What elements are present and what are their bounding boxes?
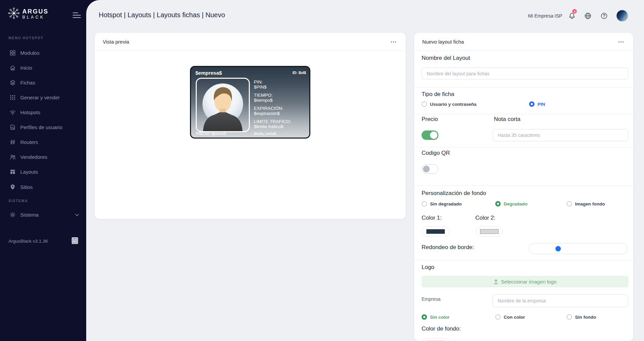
sidebar-item-label: Inicio [20, 65, 32, 71]
ticket-pin-value: $PIN$ [254, 84, 291, 90]
layers-icon [9, 79, 16, 86]
sidebar-item-vendedores[interactable]: Vendedores [0, 149, 86, 164]
user-avatar[interactable] [616, 9, 628, 22]
radio-label: Sin fondo [575, 315, 596, 320]
ticket-limite-label: LIMITE TRAFICO: [254, 119, 291, 124]
upload-icon [494, 279, 498, 284]
ticket-expiracion-value: $expiración$ [254, 111, 291, 116]
hash-icon [9, 139, 16, 145]
layout-name-input[interactable] [422, 68, 628, 79]
preview-card-header: Vista previa [95, 33, 406, 51]
radio-usuario-contrasena[interactable]: Usuario y contraseña [422, 101, 476, 107]
layout-icon [9, 169, 16, 175]
radio-circle-icon [422, 201, 427, 206]
select-logo-label: Seleccionar imagen logo [501, 279, 556, 285]
border-radius-label: Redondeo de borde: [422, 244, 474, 251]
toggle-knob [423, 166, 430, 172]
qr-toggle[interactable] [422, 164, 438, 174]
ticket-expiracion-label: EXPIRACIÓN: [254, 106, 291, 111]
color2-swatch[interactable] [476, 226, 503, 237]
sidebar-item-label: Sitios [20, 184, 33, 190]
chevron-down-icon [75, 214, 79, 216]
color1-label: Color 1: [422, 215, 442, 221]
ticket-precio: PRECIO: $precio$ [196, 131, 226, 136]
bgcolor-swatch[interactable] [422, 338, 450, 341]
wifi-icon [9, 109, 16, 116]
sidebar-item-modulos[interactable]: Modulos [0, 45, 86, 60]
radio-label: Degradado [504, 201, 528, 206]
bgcolor-label: Color de fondo: [422, 325, 461, 332]
color1-swatch[interactable] [422, 226, 450, 237]
radio-pin[interactable]: PIN [529, 101, 545, 107]
sidebar-item-routers[interactable]: Routers [0, 135, 86, 149]
sidebar-item-fichas[interactable]: Fichas [0, 75, 86, 90]
sidebar-item-layouts[interactable]: Layouts [0, 164, 86, 179]
radio-selected-icon [495, 201, 501, 206]
radio-label: PIN [538, 102, 545, 107]
ticket-preview: $empresa$ ID: $id$ [190, 66, 310, 139]
price-toggle[interactable] [422, 130, 438, 140]
card-menu-icon[interactable] [617, 39, 625, 45]
radio-label: Usuario y contraseña [430, 102, 476, 107]
short-note-input[interactable] [493, 129, 628, 141]
sidebar-toggle-icon[interactable] [72, 12, 81, 19]
radio-circle-icon [422, 101, 427, 107]
notification-badge: 4 [572, 9, 577, 14]
form-card-title: Nuevo layout ficha [422, 39, 464, 45]
sidebar-section-system: SISTEMA [8, 199, 28, 203]
radio-selected-icon [422, 314, 427, 320]
type-label: Tipo de ficha [422, 91, 454, 98]
sidebar-section-hotspot: MENU HOTSPOT [8, 36, 44, 40]
sidebar-item-generar-y-vender[interactable]: Generar y vender [0, 90, 86, 105]
company-name: Mi Empresa ISP [528, 13, 562, 19]
gear-icon [9, 212, 16, 218]
sidebar-item-perfiles-de-usuario[interactable]: Perfiles de usuario [0, 120, 86, 135]
users-icon [9, 154, 16, 160]
sidebar-item-label: Perfiles de usuario [20, 124, 62, 130]
name-label: Nombre del Layout [422, 55, 470, 62]
sidebar: ARGUS BLACK MENU HOTSPOT Modulos Inicio … [0, 0, 86, 341]
logo-line2: BLACK [22, 15, 49, 20]
page: ARGUS BLACK MENU HOTSPOT Modulos Inicio … [0, 0, 644, 341]
certification-badge-icon [72, 237, 78, 244]
sidebar-item-label: Vendedores [20, 154, 47, 160]
sidebar-item-inicio[interactable]: Inicio [0, 60, 86, 75]
ticket-nota: $nota_corta$ [254, 131, 276, 136]
radio-sin-color[interactable]: Sin color [422, 314, 450, 320]
sidebar-item-label: Modulos [20, 50, 40, 56]
help-icon[interactable] [600, 12, 608, 20]
radio-sin-fondo[interactable]: Sin fondo [567, 314, 596, 320]
radio-label: Sin degradado [430, 201, 462, 206]
argusblack-logo-text: ARGUS BLACK [22, 8, 49, 20]
sidebar-item-sistema[interactable]: Sistema [0, 207, 86, 222]
radio-degradado[interactable]: Degradado [495, 201, 528, 206]
sidebar-item-label: Fichas [20, 80, 35, 86]
divider [414, 147, 633, 147]
radio-selected-icon [529, 101, 534, 107]
radio-con-color[interactable]: Con color [495, 314, 525, 320]
radio-sin-degradado[interactable]: Sin degradado [422, 201, 462, 206]
price-label: Precio [422, 116, 438, 123]
color2-value [480, 229, 499, 234]
radio-label: Imagen fondo [575, 201, 605, 206]
border-radius-slider[interactable] [529, 243, 628, 254]
company-name-input[interactable] [493, 294, 628, 307]
ticket-info: PIN: $PIN$ TIEMPO: $tiempo$ EXPIRACIÓN: … [254, 79, 291, 132]
language-globe-icon[interactable] [584, 12, 592, 20]
slider-thumb[interactable] [555, 246, 561, 251]
radio-label: Con color [504, 315, 525, 320]
color1-value [426, 229, 445, 234]
breadcrumb: Hotspot | Layouts | Layouts fichas | Nue… [99, 11, 225, 19]
ticket-empresa: $empresa$ [195, 70, 222, 76]
radio-circle-icon [495, 314, 501, 320]
sidebar-item-label: Layouts [20, 169, 38, 175]
preview-card-title: Vista previa [103, 39, 129, 45]
home-icon [9, 65, 16, 71]
sidebar-item-hotspots[interactable]: Hotspots [0, 105, 86, 120]
sidebar-item-sitios[interactable]: Sitios [0, 179, 86, 194]
card-menu-icon[interactable] [389, 39, 398, 45]
note-label: Nota corta [494, 116, 520, 123]
radio-circle-icon [567, 201, 572, 206]
radio-imagen-fondo[interactable]: Imagen fondo [567, 201, 605, 206]
select-logo-button[interactable]: Seleccionar imagen logo [422, 276, 628, 287]
